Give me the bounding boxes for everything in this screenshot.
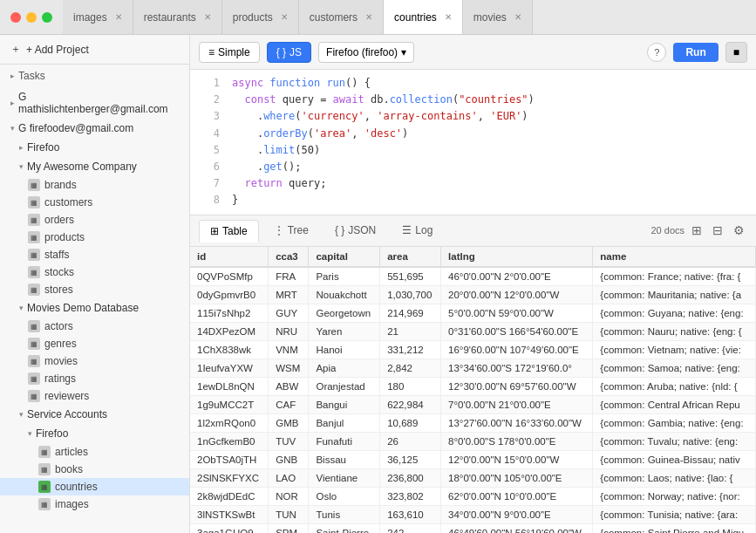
maximize-button[interactable] — [42, 12, 52, 23]
cell-cca3: GNB — [269, 450, 309, 468]
sidebar-item-reviewers[interactable]: ▦ reviewers — [0, 387, 189, 405]
sidebar-service-accounts[interactable]: Service Accounts — [0, 405, 189, 424]
sidebar-account-mathis[interactable]: G mathislichtenberger@gmail.com — [0, 87, 189, 119]
cell-capital: Yaren — [309, 322, 380, 340]
countries-label: countries — [55, 481, 98, 493]
table-row[interactable]: 1g9uMCC2TCAFBangui622,9847°0'0.00"N 21°0… — [190, 395, 756, 413]
tab-close-products[interactable]: ✕ — [281, 12, 288, 22]
cell-cca3: ABW — [269, 377, 309, 395]
code-editor[interactable]: 1 async function run() { 2 const query =… — [190, 70, 756, 215]
tab-close-customers[interactable]: ✕ — [365, 12, 372, 22]
sidebar-item-images[interactable]: ▦ images — [0, 495, 189, 513]
sidebar-item-customers[interactable]: ▦ customers — [0, 194, 189, 211]
js-mode-button[interactable]: { } JS — [267, 42, 311, 63]
customers-icon: ▦ — [28, 196, 40, 208]
grid-view-button[interactable]: ⊞ — [688, 222, 705, 239]
table-row[interactable]: 1ewDL8nQNABWOranjestad18012°30'0.00"N 69… — [190, 377, 756, 395]
caret-movies — [19, 304, 24, 312]
minimize-button[interactable] — [26, 12, 37, 23]
tasks-item[interactable]: Tasks — [0, 65, 189, 87]
actors-label: actors — [44, 320, 73, 332]
sidebar-item-staffs[interactable]: ▦ staffs — [0, 246, 189, 263]
result-tab-tree[interactable]: ⋮ Tree — [262, 219, 320, 242]
sidebar-firefoo-sub[interactable]: Firefoo — [0, 138, 189, 157]
stores-icon: ▦ — [28, 284, 40, 296]
brands-label: brands — [44, 179, 77, 191]
tab-close-movies[interactable]: ✕ — [514, 12, 521, 22]
tab-close-countries[interactable]: ✕ — [445, 12, 452, 22]
col-header-id: id — [190, 247, 269, 267]
tab-products[interactable]: products ✕ — [222, 0, 299, 34]
cell-area: 214,969 — [380, 304, 441, 322]
tab-movies[interactable]: movies ✕ — [463, 0, 533, 34]
cell-capital: Funafuti — [309, 432, 380, 450]
sidebar-item-products[interactable]: ▦ products — [0, 229, 189, 246]
table-row[interactable]: 2ObTSA0jTHGNBBissau36,12512°0'0.00"N 15°… — [190, 450, 756, 468]
cell-area: 242 — [380, 523, 441, 533]
cell-cca3: CAF — [269, 395, 309, 413]
movies-label: movies — [44, 355, 78, 367]
tab-close-restaurants[interactable]: ✕ — [204, 12, 211, 22]
table-row[interactable]: 2k8wjdDEdCNOROslo323,80262°0'0.00"N 10°0… — [190, 487, 756, 505]
connection-selector[interactable]: Firefoo (firefoo) ▾ — [318, 42, 414, 63]
close-button[interactable] — [10, 12, 21, 23]
sidebar-movies-demo[interactable]: Movies Demo Database — [0, 298, 189, 318]
table-row[interactable]: 0QVPoSMfpFRAParis551,69546°0'0.00"N 2°0'… — [190, 267, 756, 286]
tab-close-images[interactable]: ✕ — [115, 12, 122, 22]
table-row[interactable]: 115i7sNhp2GUYGeorgetown214,9695°0'0.00"N… — [190, 304, 756, 322]
cell-name: {common: Central African Repu — [593, 395, 756, 413]
table-row[interactable]: 1nGcfkemB0TUVFunafuti268°0'0.00"S 178°0'… — [190, 432, 756, 450]
table-row[interactable]: 3lNSTKSwBtTUNTunis163,61034°0'0.00"N 9°0… — [190, 505, 756, 523]
simple-mode-button[interactable]: ≡ Simple — [199, 42, 260, 63]
awesome-company-label: My Awesome Company — [27, 161, 137, 173]
sidebar-item-countries[interactable]: ▦ countries — [0, 478, 189, 495]
books-icon: ▦ — [38, 463, 51, 475]
sidebar-item-actors[interactable]: ▦ actors — [0, 318, 189, 335]
table-row[interactable]: 0dyGpmvrB0MRTNouakchott1,030,70020°0'0.0… — [190, 285, 756, 304]
cell-cca3: TUV — [269, 432, 309, 450]
result-tab-log[interactable]: ☰ Log — [391, 219, 444, 242]
sidebar-item-ratings[interactable]: ▦ ratings — [0, 370, 189, 387]
tab-countries[interactable]: countries ✕ — [384, 0, 463, 34]
sidebar-my-awesome-company[interactable]: My Awesome Company — [0, 157, 189, 176]
reviewers-label: reviewers — [44, 390, 89, 402]
table-row[interactable]: 14DXPezOMNRUYaren210°31'60.00"S 166°54'6… — [190, 322, 756, 340]
split-view-button[interactable]: ⊟ — [709, 222, 726, 239]
cell-id: 14DXPezOM — [190, 322, 269, 340]
tab-customers[interactable]: customers ✕ — [299, 0, 384, 34]
images-icon: ▦ — [38, 498, 51, 510]
tab-images[interactable]: images ✕ — [63, 0, 133, 34]
table-row[interactable]: 1l2xmRQon0GMBBanjul10,68913°27'60.00"N 1… — [190, 413, 756, 432]
code-line-7: 7 return query; — [190, 175, 756, 192]
cell-id: 1nGcfkemB0 — [190, 432, 269, 450]
settings-button[interactable]: ⚙ — [730, 222, 747, 239]
sidebar-item-books[interactable]: ▦ books — [0, 461, 189, 478]
table-row[interactable]: 2SlNSKFYXCLAOVientiane236,80018°0'0.00"N… — [190, 468, 756, 487]
sidebar-firefoo-service[interactable]: Firefoo — [0, 424, 189, 443]
add-project-button[interactable]: ＋ + Add Project — [0, 35, 189, 65]
table-row[interactable]: 1ChX838wkVNMHanoi331,21216°9'60.00"N 107… — [190, 340, 756, 359]
sidebar-item-stores[interactable]: ▦ stores — [0, 281, 189, 298]
info-button[interactable]: ? — [647, 43, 666, 62]
movies-demo-label: Movies Demo Database — [27, 302, 139, 314]
cell-latlng: 18°0'0.00"N 105°0'0.00"E — [441, 468, 593, 487]
tab-restaurants[interactable]: restaurants ✕ — [133, 0, 222, 34]
sidebar-item-brands[interactable]: ▦ brands — [0, 176, 189, 194]
sidebar-item-movies[interactable]: ▦ movies — [0, 352, 189, 370]
sidebar-item-stocks[interactable]: ▦ stocks — [0, 263, 189, 281]
result-tab-table[interactable]: ⊞ Table — [199, 220, 259, 243]
result-tab-json[interactable]: { } JSON — [324, 219, 387, 242]
run-button[interactable]: Run — [673, 43, 718, 62]
cell-name: {common: Gambia; native: {eng: — [593, 413, 756, 432]
result-toolbar: ⊞ Table ⋮ Tree { } JSON ☰ Log 20 docs ⊞ … — [190, 215, 756, 247]
table-row[interactable]: 3aqa1GHQ9SPMSaint-Pierre24246°49'60.00"N… — [190, 523, 756, 533]
sidebar-item-genres[interactable]: ▦ genres — [0, 335, 189, 352]
table-row[interactable]: 1IeufvaYXWWSMApia2,84213°34'60.00"S 172°… — [190, 359, 756, 377]
col-header-area: area — [380, 247, 441, 267]
sidebar-item-articles[interactable]: ▦ articles — [0, 443, 189, 461]
sidebar-item-orders[interactable]: ▦ orders — [0, 211, 189, 229]
sidebar-account-firefoodev[interactable]: G firefoodev@gmail.com — [0, 119, 189, 138]
genres-icon: ▦ — [28, 338, 40, 350]
cell-cca3: FRA — [269, 267, 309, 286]
stop-button[interactable]: ■ — [725, 42, 747, 63]
